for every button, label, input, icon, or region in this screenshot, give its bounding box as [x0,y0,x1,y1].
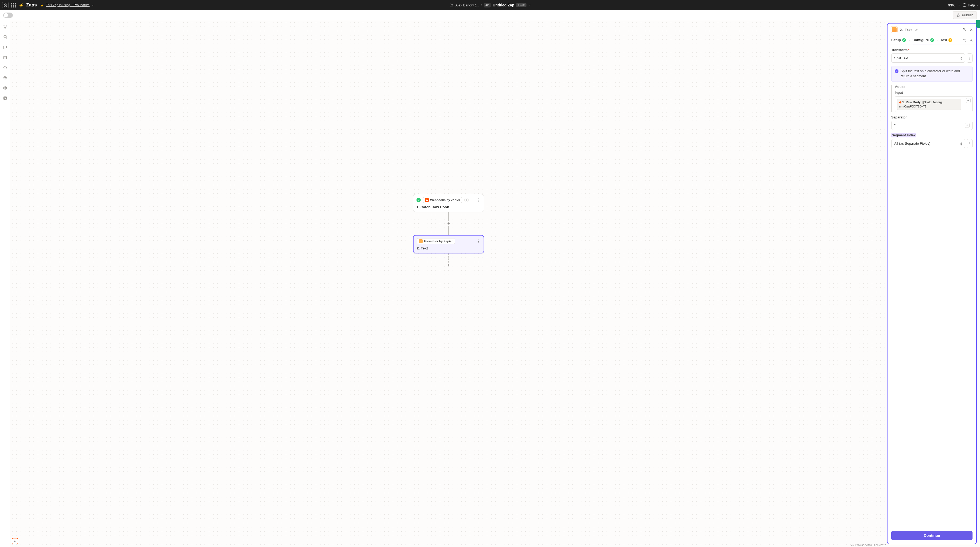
panel-title: Text [905,28,912,32]
webhooks-icon: ◆ [425,198,429,202]
data-pill[interactable]: ◆ 1. Raw Body: [["Patel Nisarg... mmOzaF… [897,99,961,110]
svg-point-11 [970,39,972,41]
info-text: Split the text on a character or word an… [900,69,969,79]
field-options-button[interactable]: ⋮ [967,54,972,62]
separator-label: Separator [891,116,972,119]
left-rail [0,20,10,547]
zap-name[interactable]: Untitled Zap [493,3,514,7]
add-app-icon[interactable]: + [465,198,469,202]
panel-tabs: Setup ✓ › Configure ✓ › Test ! [888,36,976,45]
breadcrumb-separator: / [481,3,482,7]
panel-body: Transform* Split Text ▴▾ ⋮ i Split the t… [888,45,976,529]
values-group-label: Values [895,85,972,89]
publish-label: Publish [962,13,973,17]
select-value: All (as Separate Fields) [894,142,930,145]
input-field[interactable]: ◆ 1. Raw Body: [["Patel Nisarg... mmOzaF… [895,96,972,112]
folder-icon[interactable] [449,3,453,7]
svg-rect-5 [3,56,6,59]
input-label: Input [895,91,972,95]
canvas[interactable]: ✓ ◆ Webhooks by Zapier + ⋮ 1. Catch Raw … [10,20,887,547]
info-icon: i [895,69,899,73]
tab-setup[interactable]: Setup ✓ [891,36,907,44]
sort-icon: ▴▾ [961,56,962,60]
side-tab-handle[interactable] [976,20,980,28]
add-step-button[interactable]: ＋ [446,262,451,267]
status-badge: Draft [517,3,527,7]
calendar-icon[interactable] [3,55,8,60]
step-card-2[interactable]: Formatter by Zapier ⋮ 2. Text [413,235,484,253]
step-number: 2. [900,28,903,32]
chevron-down-icon[interactable]: ▾ [529,4,531,7]
app-chip-formatter[interactable]: Formatter by Zapier [417,238,455,244]
connector-line [448,212,449,221]
tab-test[interactable]: Test ! [940,36,953,44]
tab-label: Configure [912,38,929,42]
branches-icon[interactable] [3,25,8,29]
transform-select[interactable]: Split Text ▴▾ [891,54,965,62]
step-title: 2. Text [417,246,480,250]
separator-input[interactable]: " + [891,121,972,130]
step-editor-panel: 2. Text Setup ✓ › Configure ✓ › Test [887,23,977,544]
note-icon[interactable] [3,35,8,40]
chevron-down-icon[interactable]: ▾ [958,4,960,7]
panel-header: 2. Text [888,24,976,36]
help-button[interactable]: Help ▾ [963,3,978,7]
step-card-1[interactable]: ✓ ◆ Webhooks by Zapier + ⋮ 1. Catch Raw … [413,194,484,212]
more-menu-icon[interactable]: ⋮ [477,197,480,203]
add-step-button[interactable]: ＋ [446,221,451,226]
folder-owner[interactable]: Alex Barlow (... [455,3,479,7]
details-icon[interactable] [3,96,8,100]
svg-point-9 [5,87,6,89]
app-chip-webhooks[interactable]: ◆ Webhooks by Zapier [423,197,462,203]
insert-data-button[interactable]: + [966,98,970,103]
enable-toggle[interactable] [3,13,13,18]
svg-point-8 [5,77,6,78]
comment-icon[interactable] [3,45,8,50]
star-icon[interactable]: ★ [40,3,44,8]
svg-point-2 [3,25,4,27]
check-icon: ✓ [902,38,906,42]
apps-grid-icon[interactable] [11,2,17,8]
app-chip-label: Webhooks by Zapier [430,199,460,202]
step-title: 1. Catch Raw Hook [417,205,480,209]
check-icon: ✓ [930,38,934,42]
help-label: Help [968,3,975,7]
pro-feature-link[interactable]: This Zap is using 1 Pro feature [46,3,89,7]
zoom-level[interactable]: 93% [948,3,955,7]
segment-index-label: Segment Index [891,133,916,137]
assistant-chip[interactable]: ✦ [12,538,18,544]
insert-data-button[interactable]: + [965,123,970,128]
secondary-bar: Publish [0,10,980,20]
chevron-right-icon: › [908,38,910,42]
tab-configure[interactable]: Configure ✓ [912,36,934,44]
continue-button[interactable]: Continue [891,531,972,540]
versions-icon[interactable] [3,75,8,80]
undo-icon[interactable] [963,38,967,42]
tab-label: Test [940,38,947,42]
version-text: ver. 2024-09-04T03:14-69fa2017 [851,544,886,547]
close-icon[interactable] [969,28,973,32]
publish-button[interactable]: Publish [953,11,977,19]
status-check-icon: ✓ [417,198,421,202]
home-button[interactable] [2,2,8,8]
sort-icon: ▴▾ [961,142,962,146]
chevron-down-icon[interactable]: ▾ [92,4,94,7]
segment-index-select[interactable]: All (as Separate Fields) ▴▾ [891,139,965,148]
chevron-right-icon: › [937,38,938,42]
rename-icon[interactable] [915,28,918,31]
input-value: " [894,123,896,127]
more-menu-icon[interactable]: ⋮ [476,239,480,244]
svg-point-3 [6,25,6,27]
chevron-down-icon: ▾ [977,4,978,7]
svg-point-1 [964,6,965,6]
warning-icon: ! [948,38,952,42]
app-chip-label: Formatter by Zapier [424,240,453,243]
expand-icon[interactable] [963,28,967,32]
connector-line [448,226,449,235]
gear-icon[interactable] [3,86,8,91]
clock-icon[interactable] [3,65,8,70]
formatter-icon [419,239,423,243]
field-options-button[interactable]: ⋮ [967,139,972,148]
search-icon[interactable] [969,38,973,42]
breadcrumb: Alex Barlow (... / AB Untitled Zap Draft… [449,3,530,8]
